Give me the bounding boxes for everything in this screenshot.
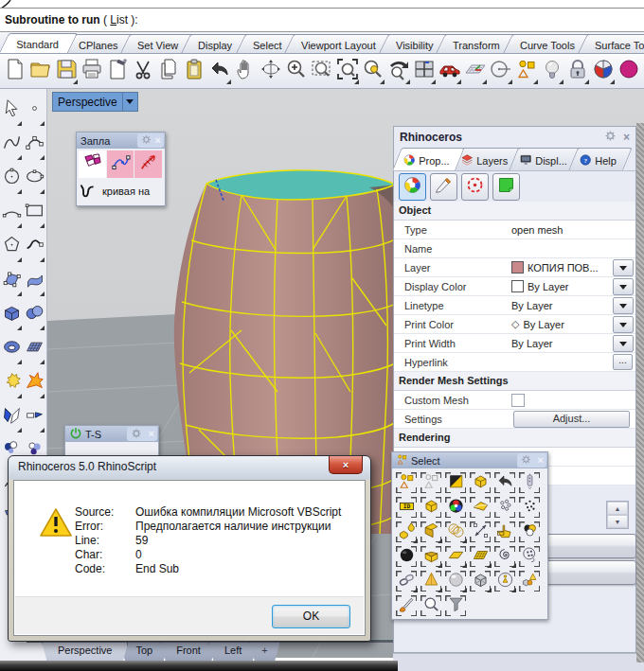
srf-curved-button[interactable]	[23, 263, 45, 297]
color-swatch[interactable]	[511, 261, 524, 274]
torus-button[interactable]	[0, 331, 23, 365]
viewport-title-dropdown[interactable]: Perspective	[52, 92, 138, 112]
magenta-ball-button[interactable]	[616, 57, 641, 85]
sel-smallgrp-button[interactable]	[517, 569, 542, 593]
sel-hatch-button[interactable]	[443, 520, 468, 544]
panel-tab-help[interactable]: ?Help	[568, 148, 632, 170]
open-folder-button[interactable]	[27, 57, 53, 85]
paint-tube-button[interactable]	[430, 173, 457, 201]
new-file-button[interactable]	[2, 57, 27, 85]
sel-box-button[interactable]	[419, 495, 443, 520]
sel-undo-button[interactable]	[492, 470, 517, 495]
save-floppy-button[interactable]	[53, 57, 79, 85]
sel-plane-button[interactable]	[443, 544, 468, 569]
property-row-layer[interactable]: LayerКОПИЯ ПОВ...	[394, 258, 635, 277]
sel-pen-button[interactable]	[517, 470, 542, 495]
sel-funnel-button[interactable]	[443, 593, 468, 618]
sel-3circ-button[interactable]	[517, 520, 542, 544]
zoom-in-button[interactable]	[283, 57, 309, 85]
sel-wedge-button[interactable]	[419, 520, 443, 544]
cursor-button[interactable]	[0, 93, 23, 127]
radius-circle-button[interactable]	[488, 57, 513, 85]
property-row-print-color[interactable]: Print Color◇By Layer	[394, 315, 635, 334]
viewport-tab-front[interactable]: Front	[160, 642, 217, 662]
cplane-button[interactable]	[462, 57, 488, 85]
sel-id-button[interactable]: ID	[394, 495, 419, 520]
color-swatch[interactable]	[511, 280, 524, 292]
viewport-tab-perspective[interactable]: Perspective	[42, 642, 128, 662]
spheres-bool-button[interactable]	[23, 297, 45, 331]
sel-pyramid-button[interactable]	[419, 569, 443, 593]
close-icon[interactable]: ×	[538, 454, 544, 467]
select-group-button[interactable]	[513, 57, 539, 85]
panel-title-bar[interactable]: Rhinoceros ×	[394, 127, 635, 148]
dropdown-button[interactable]	[613, 259, 634, 276]
lock-button[interactable]	[564, 57, 590, 85]
command-prompt-bar[interactable]: Subroutine to run ( List ):	[0, 8, 644, 32]
polygon-tool-button[interactable]	[0, 229, 23, 263]
curve-pink-red-button[interactable]	[134, 150, 162, 178]
panel-scroll-spinner[interactable]: ▲ ▼	[606, 501, 629, 529]
property-row-display-color[interactable]: Display ColorBy Layer	[394, 277, 635, 296]
decal-target-button[interactable]	[461, 173, 489, 201]
property-row-custom-mesh[interactable]: Custom Mesh	[394, 391, 635, 410]
sel-dots-button[interactable]	[517, 495, 542, 520]
sel-mesh-button[interactable]	[468, 544, 492, 569]
sel-chain-button[interactable]	[394, 569, 419, 593]
ok-button[interactable]: OK	[272, 605, 350, 628]
print-button[interactable]	[79, 57, 104, 85]
gear-icon[interactable]	[603, 129, 617, 146]
ribbon-tab-viewport-layout[interactable]: Viewport Layout	[284, 34, 394, 53]
mat-wheel-button[interactable]	[399, 173, 426, 201]
close-icon[interactable]: ×	[149, 428, 154, 440]
sel-none-button[interactable]	[419, 470, 443, 495]
property-row-hyperlink[interactable]: Hyperlink...	[394, 353, 635, 372]
sel-hand-button[interactable]	[492, 520, 517, 544]
polyline-curve-button[interactable]	[0, 127, 23, 161]
spin-up-icon[interactable]: ▲	[607, 502, 628, 515]
paste-clipboard-button[interactable]	[181, 57, 206, 85]
zoom-extents-button[interactable]	[334, 57, 360, 85]
patch-menu-item[interactable]: кривая на	[77, 178, 165, 203]
sel-wirebox-button[interactable]	[468, 569, 492, 593]
ribbon-tab-surface-tools[interactable]: Surface Tools	[578, 34, 644, 53]
ellipse-tool-button[interactable]	[23, 161, 45, 195]
light-bulb-button[interactable]	[539, 57, 564, 85]
srf-3pt-button[interactable]	[0, 263, 23, 297]
fillet-yellow-button[interactable]	[0, 365, 23, 399]
car-button[interactable]	[437, 57, 462, 85]
undo-arrow-button[interactable]	[206, 57, 232, 85]
copy-button[interactable]	[155, 57, 181, 85]
curve-pink-blue-button[interactable]	[107, 150, 134, 178]
circle-tool-button[interactable]	[0, 161, 23, 195]
sel-points-button[interactable]	[492, 495, 517, 520]
sel-cloud-button[interactable]	[517, 544, 542, 569]
dialog-close-button[interactable]: ×	[329, 456, 363, 474]
sel-last-button[interactable]	[468, 470, 492, 495]
dropdown-button[interactable]	[613, 316, 634, 333]
trim-b-button[interactable]	[23, 399, 45, 433]
arc-tool-button[interactable]	[0, 195, 23, 229]
sel-openbox-button[interactable]	[419, 544, 443, 569]
panel-tab-prop[interactable]: Prop...	[392, 148, 465, 170]
viewport-grid-button[interactable]	[411, 57, 437, 85]
blend-tool-button[interactable]	[23, 229, 45, 263]
dropdown-button[interactable]	[613, 297, 634, 314]
close-icon[interactable]: ×	[155, 134, 161, 147]
chevron-down-icon[interactable]	[123, 96, 137, 108]
ribbon-tab-standard[interactable]: Standard	[0, 33, 78, 53]
note-page-button[interactable]	[492, 173, 520, 201]
sel-srf-button[interactable]	[468, 495, 492, 520]
property-row-name[interactable]: Name	[394, 239, 635, 258]
sel-brush-button[interactable]	[394, 593, 419, 618]
dropdown-button[interactable]	[613, 278, 634, 295]
zoom-selected-button[interactable]	[360, 57, 385, 85]
rotate-view-button[interactable]	[258, 57, 283, 85]
sel-dim-button[interactable]	[468, 520, 492, 544]
zoom-window-button[interactable]	[309, 57, 334, 85]
sel-grpwarn-button[interactable]	[492, 569, 517, 593]
trim-a-button[interactable]	[0, 399, 23, 433]
sel-magnifier-button[interactable]	[419, 593, 443, 618]
sel-spiral-button[interactable]	[492, 544, 517, 569]
gear-icon[interactable]	[520, 453, 535, 468]
